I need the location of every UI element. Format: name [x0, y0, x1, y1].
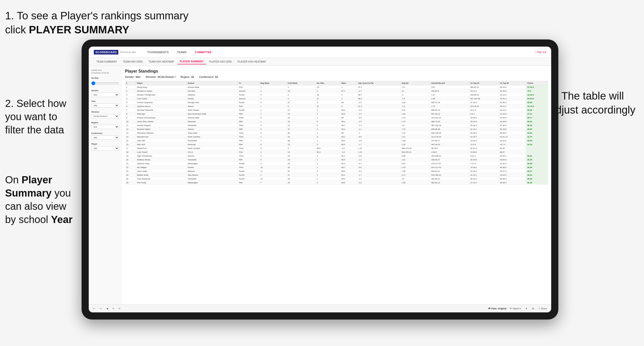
toolbar-back[interactable]: ◀: [105, 307, 109, 310]
conference-select[interactable]: (All) SEC ACC Big Ten: [91, 135, 119, 140]
cell-rank: 9: [125, 116, 136, 120]
table-cell: 2: [316, 173, 340, 177]
cell-points: 80.02: [526, 173, 548, 177]
table-cell: 1.43: [401, 165, 430, 169]
toolbar-export[interactable]: ⬆: [524, 307, 529, 310]
table-cell: 25-22-1: [469, 123, 499, 127]
table-cell: Preston Summerhays: [136, 116, 187, 120]
sub-nav-team-summary[interactable]: TEAM SUMMARY: [94, 59, 120, 64]
gender-select[interactable]: Men Women: [91, 93, 119, 97]
table-cell: 0: [316, 120, 340, 123]
table-cell: 21: [287, 123, 316, 127]
cell-rank: 11: [125, 123, 136, 127]
toolbar-redo[interactable]: ↪: [98, 307, 103, 310]
table-cell: 8: [259, 143, 287, 146]
table-cell: -1.6: [401, 97, 430, 101]
table-cell: 1: [340, 85, 357, 89]
table-cell: 4-58-0: [430, 150, 469, 154]
table-cell: Florida: [187, 97, 238, 101]
toolbar-watch[interactable]: 👁 Watch ▾: [508, 307, 522, 310]
table-cell: Alex Goff: [136, 143, 187, 146]
table-cell: 19-39-2: [469, 116, 499, 120]
table-cell: Fifth: [238, 181, 259, 185]
table-cell: 2: [316, 112, 340, 116]
table-cell: 2.72: [430, 104, 469, 108]
table-cell: 82.35: [499, 146, 526, 150]
table-cell: Auburn: [187, 127, 238, 131]
sub-nav-player-h2h-grid[interactable]: PLAYER H2H GRID: [207, 59, 235, 64]
table-cell: Arizona: [187, 154, 238, 158]
table-cell: 18: [316, 93, 340, 97]
table-cell: 2.01: [401, 108, 430, 112]
table-cell: 1: [316, 131, 340, 135]
table-cell: 14-3-3: [469, 108, 499, 112]
table-cell: 22-29-7: [469, 135, 499, 139]
table-cell: Auburn: [187, 104, 238, 108]
no-rds-slider[interactable]: [91, 81, 119, 85]
table-cell: Ole Miss: [187, 89, 238, 93]
table-cell: 24-31-3: [499, 97, 526, 101]
table-cell: 13-18-2: [469, 139, 499, 143]
table-row: 22Ian GilliganFloridaThird1024168.7-0.81…: [125, 165, 548, 169]
cell-points: [526, 150, 548, 154]
table-row: 6Jackson KoivunAuburnFirst1621267.3-2.32…: [125, 104, 548, 108]
nav-tournaments[interactable]: TOURNAMENTS: [144, 50, 172, 55]
year-select[interactable]: (All) First Second Third Fourth Fifth: [91, 103, 119, 108]
header-right: | Sign out: [535, 51, 546, 53]
player-select[interactable]: (All): [91, 146, 119, 150]
sub-nav: TEAM SUMMARY TEAM H2H GRID TEAM H2H HEAT…: [89, 58, 551, 66]
cell-rank: 8: [125, 112, 136, 116]
table-cell: 12-16-3: [499, 112, 526, 116]
col-wins: Wins: [340, 81, 357, 85]
table-cell: 1.41: [401, 135, 430, 139]
table-cell: 381-61-11: [469, 85, 499, 89]
region-select[interactable]: N/A All East West: [91, 125, 119, 129]
sub-nav-team-h2h-grid[interactable]: TEAM H2H GRID: [120, 59, 145, 64]
table-cell: -1.7: [357, 173, 401, 177]
cell-rank: 16: [125, 143, 136, 146]
cell-rank: 21: [125, 162, 136, 165]
table-row: 16Alex GoffKentuckyFifth819068.3-1.71.92…: [125, 143, 548, 146]
table-row: 4Luke ClatonFloridaSecond1327268.2-1.61.…: [125, 97, 548, 101]
table-cell: North Carolina: [187, 146, 238, 150]
cell-points: 78.3: [526, 89, 548, 93]
table-cell: 11-5-3: [469, 143, 499, 146]
sub-nav-team-h2h-heatmap[interactable]: TEAM H2H HEATMAP: [146, 59, 177, 64]
main-nav: TOURNAMENTS TEAMS COMMITTEE: [144, 50, 535, 55]
toolbar-undo[interactable]: ↩: [92, 307, 96, 310]
table-row: 14Maxwell FordNorth CarolinaThird123069.…: [125, 135, 548, 139]
table-cell: 26-27-2: [499, 169, 526, 173]
cell-rank: 12: [125, 127, 136, 131]
cell-rank: 5: [125, 101, 136, 104]
table-cell: 0: [316, 181, 340, 185]
filter-division: Division: NCAA Division I: [146, 76, 176, 78]
table-cell: Matthew Riedel: [136, 158, 187, 162]
sub-nav-player-summary[interactable]: PLAYER SUMMARY: [177, 59, 206, 64]
table-cell: 38-46-4: [499, 131, 526, 135]
toolbar-share[interactable]: ⤴ Share: [537, 307, 548, 310]
annotation-4-bold2: Year: [51, 214, 73, 225]
table-cell: Luke Powell: [136, 150, 187, 154]
toolbar-grid[interactable]: ⊞: [531, 307, 535, 310]
table-cell: 28-12-7: [499, 104, 526, 108]
table-cell: 44-64-6: [499, 116, 526, 120]
nav-committee[interactable]: COMMITTEE: [191, 50, 215, 55]
col-overall-record: Overall Record: [430, 81, 469, 85]
table-cell: 69.4: [340, 173, 357, 177]
cell-points: [526, 146, 548, 150]
table-cell: 1.61: [401, 158, 430, 162]
table-cell: 1.56: [401, 181, 430, 185]
sub-nav-player-h2h-heatmap[interactable]: PLAYER H2H HEATMAP: [235, 59, 269, 64]
table-cell: -2.5: [357, 101, 401, 104]
no-rds-label: No Rds.: [91, 77, 119, 79]
sign-out-link[interactable]: Sign out: [537, 51, 546, 53]
toolbar-copy[interactable]: ⎘: [111, 307, 115, 310]
division-select[interactable]: NCAA Division I NCAA Division II NCAA Di…: [91, 114, 119, 118]
toolbar-refresh[interactable]: ⟳: [117, 307, 122, 310]
nav-teams[interactable]: TEAMS: [173, 50, 190, 55]
table-cell: Gordon Sargent: [136, 123, 187, 127]
cell-points: 88.49: [526, 123, 548, 127]
table-cell: North Carolina: [187, 135, 238, 139]
filter-conference-value: All: [215, 76, 218, 78]
table-cell: 1.66: [401, 139, 430, 143]
